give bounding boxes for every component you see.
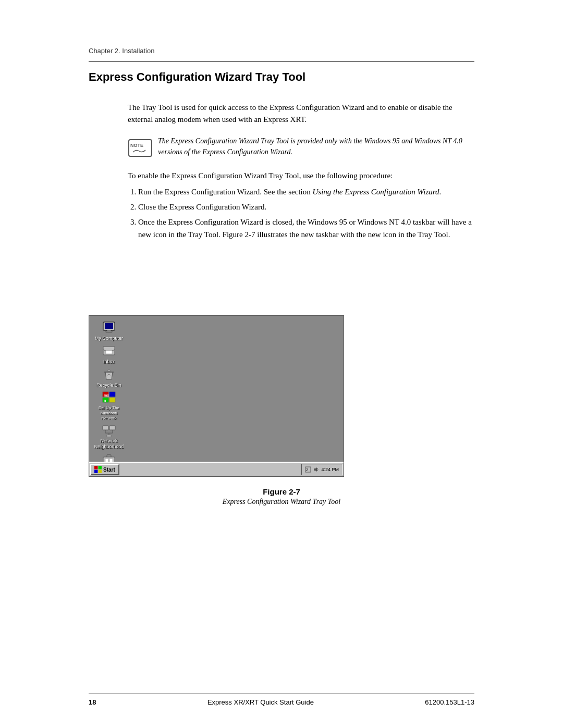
step-1-text: Run the Express Configuration Wizard. Se… [138,188,312,196]
note-text: The Express Configuration Wizard Tray To… [158,135,474,157]
figure-label: Express Configuration Wizard Tray Tool [89,498,474,506]
svg-rect-14 [103,426,108,430]
svg-text:NOTE: NOTE [130,143,143,148]
network-label: NetworkNeighborhood [94,438,124,450]
tray-icon-1: 2 [305,466,311,473]
svg-rect-11 [109,398,115,402]
inbox-icon [102,343,116,358]
footer-right: 61200.153L1-13 [425,698,474,706]
desktop-icon-recycle-bin: Recycle Bin [93,367,125,388]
svg-rect-4 [107,330,111,331]
note-block: NOTE The Express Configuration Wizard Tr… [128,135,474,161]
step-1: Run the Express Configuration Wizard. Se… [138,186,474,198]
svg-rect-15 [109,426,115,430]
svg-rect-27 [94,470,98,474]
svg-text:n: n [104,399,106,402]
step-2-text: Close the Express Configuration Wizard. [138,203,266,211]
svg-rect-20 [107,435,111,437]
start-label: Start [103,467,115,473]
svg-marker-31 [314,467,317,472]
svg-rect-3 [105,323,113,329]
tray-icons: 2 [305,466,319,473]
start-button[interactable]: Start [90,464,119,475]
system-tray: 2 4:24 PM [301,464,342,475]
main-content: The Tray Tool is used for quick access t… [128,102,474,244]
footer: 18 Express XR/XRT Quick Start Guide 6120… [89,698,474,706]
svg-rect-28 [99,470,102,474]
step-3-text: Once the Express Configuration Wizard is… [138,218,472,238]
desktop-icon-msn: ms n Set Up TheMicrosoftNetwork [93,390,125,421]
step-1-link: Using the Express Configuration Wizard [312,188,439,196]
svg-text:2: 2 [306,468,308,472]
msn-label: Set Up TheMicrosoftNetwork [99,405,119,421]
step-2: Close the Express Configuration Wizard. [138,201,474,213]
footer-page-number: 18 [89,698,96,706]
svg-rect-7 [106,351,112,354]
svg-rect-26 [99,466,102,470]
note-icon: NOTE [128,135,153,161]
chapter-header: Chapter 2. Installation [89,47,154,55]
section-title: Express Configuration Wizard Tray Tool [89,70,305,84]
procedure-intro: To enable the Express Configuration Wiza… [128,170,474,182]
svg-rect-5 [106,331,112,332]
paragraph-1: The Tray Tool is used for quick access t… [128,102,474,126]
svg-rect-0 [129,140,152,156]
desktop-icons: My Computer Inbox [93,320,125,473]
figure-caption: Figure 2-7 Express Configuration Wizard … [89,487,474,506]
bottom-rule [89,694,474,694]
tray-icon-2 [313,466,319,473]
recycle-bin-label: Recycle Bin [96,382,121,388]
chapter-text: Chapter 2. Installation [89,47,154,55]
footer-center: Express XR/XRT Quick Start Guide [207,698,314,706]
network-neighborhood-icon [102,423,116,437]
windows-logo [94,466,102,473]
svg-text:ms: ms [104,393,109,397]
my-computer-icon [102,320,116,335]
desktop-icon-inbox: Inbox [93,343,125,365]
msn-icon: ms n [102,390,116,404]
step-3: Once the Express Configuration Wizard is… [138,216,474,241]
step-1-period: . [439,188,442,196]
desktop-icon-my-computer: My Computer [93,320,125,341]
figure-number: Figure 2-7 [89,487,474,496]
tray-time: 4:24 PM [321,467,339,472]
recycle-bin-icon [102,367,116,381]
steps-list: Run the Express Configuration Wizard. Se… [138,186,474,241]
screenshot-box: My Computer Inbox [89,315,344,477]
my-computer-label: My Computer [95,336,123,341]
taskbar: Start 2 [89,462,344,476]
screenshot-container: My Computer Inbox [89,315,474,477]
top-rule [89,61,474,62]
section-title-text: Express Configuration Wizard Tray Tool [89,70,305,83]
inbox-label: Inbox [103,359,115,365]
svg-rect-9 [109,392,115,397]
page: Chapter 2. Installation Express Configur… [0,0,563,728]
desktop-icon-network: NetworkNeighborhood [93,423,125,450]
svg-rect-25 [94,466,98,470]
